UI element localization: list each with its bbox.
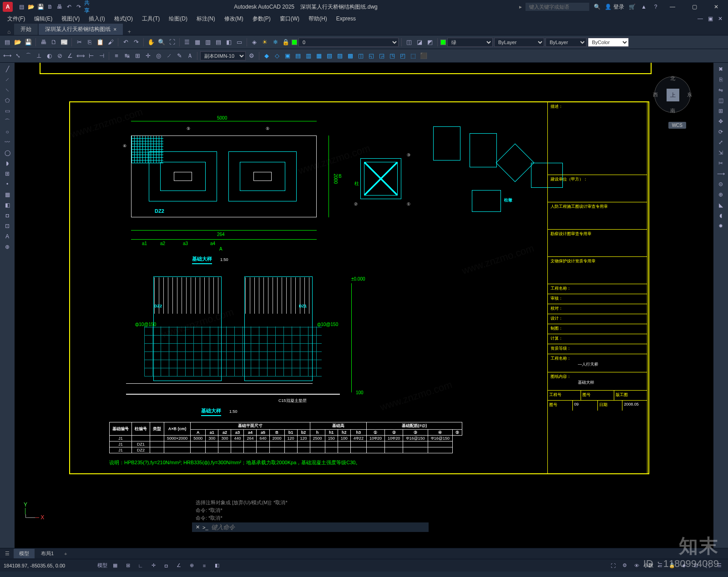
m5-icon[interactable]: ▥	[304, 51, 313, 60]
command-input[interactable]	[211, 524, 425, 531]
lock-icon[interactable]: 🔒	[281, 38, 290, 47]
save2-icon[interactable]: 💾	[24, 38, 33, 47]
saveas-icon[interactable]: 🗎	[46, 3, 54, 11]
open2-icon[interactable]: 📂	[13, 38, 22, 47]
help-icon[interactable]: ?	[652, 3, 660, 11]
undo2-icon[interactable]: ↶	[121, 38, 130, 47]
dyn-icon[interactable]: ⊕	[187, 561, 197, 571]
copy3-icon[interactable]: ⎘	[716, 75, 725, 84]
sun-icon[interactable]: ☀	[260, 38, 269, 47]
region-icon[interactable]: ◘	[3, 211, 12, 220]
match-icon[interactable]: 🖌	[106, 38, 115, 47]
jog-icon[interactable]: ⟋	[164, 51, 173, 60]
view-cube[interactable]: 北 南 东 西 上	[654, 76, 691, 113]
copy-icon[interactable]: ⎘	[85, 38, 94, 47]
toolpal-icon[interactable]: ▥	[203, 38, 212, 47]
annomonitor-icon[interactable]: 👁	[632, 561, 642, 571]
dimstyle-mgr-icon[interactable]: ⚙	[247, 51, 256, 60]
layer-color-swatch[interactable]	[292, 40, 297, 45]
wcs-badge[interactable]: WCS	[668, 122, 686, 129]
plot-icon[interactable]: 🖶	[56, 3, 64, 11]
bycolor-dropdown[interactable]: ByColor	[588, 38, 629, 47]
pan-icon[interactable]: ✋	[147, 38, 156, 47]
polygon-icon[interactable]: ⬠	[3, 96, 12, 105]
minimize-button[interactable]: —	[663, 0, 682, 13]
menu-modify[interactable]: 修改(M)	[221, 14, 247, 24]
new-icon[interactable]: ▤	[17, 3, 25, 11]
extend-icon[interactable]: ⟶	[716, 169, 725, 178]
color-swatch[interactable]	[440, 40, 446, 45]
cut-icon[interactable]: ✂	[75, 38, 84, 47]
menu-express[interactable]: Express	[333, 15, 359, 23]
window-min-internal[interactable]: —	[696, 15, 704, 23]
layer-zero-dropdown[interactable]: 0	[298, 38, 399, 47]
lineweight-dropdown[interactable]: ByLayer	[546, 38, 586, 47]
menu-file[interactable]: 文件(F)	[4, 14, 29, 24]
cart-icon[interactable]: 🛒	[628, 3, 636, 11]
dim-quick-icon[interactable]: ⟺	[76, 51, 85, 60]
move-icon[interactable]: ✥	[716, 117, 725, 126]
dim-base-icon[interactable]: ⊢	[86, 51, 96, 60]
m11-icon[interactable]: ◱	[367, 51, 376, 60]
explode-icon[interactable]: ✸	[716, 221, 725, 231]
scale-icon[interactable]: ⤢	[716, 138, 725, 147]
dim-aligned-icon[interactable]: ⤡	[13, 51, 22, 60]
block-icon[interactable]: ⊞	[3, 169, 12, 178]
m14-icon[interactable]: ◰	[398, 51, 407, 60]
menu-edit[interactable]: 编辑(E)	[30, 14, 56, 24]
osnap-icon[interactable]: ◘	[161, 561, 171, 571]
cmd-expand-icon[interactable]: ✕	[196, 524, 200, 530]
menu-format[interactable]: 格式(O)	[111, 14, 136, 24]
ortho-icon[interactable]: ∟	[136, 561, 146, 571]
menu-tools[interactable]: 工具(T)	[138, 14, 163, 24]
layer-color-dropdown[interactable]: 绿	[447, 38, 493, 47]
dim-linear-icon[interactable]: ⟷	[3, 51, 12, 60]
spline-icon[interactable]: 〰	[3, 138, 12, 147]
layer-icon[interactable]: ◈	[250, 38, 259, 47]
pline-icon[interactable]: ⟍	[3, 85, 12, 95]
gradient-icon[interactable]: ◧	[3, 201, 12, 210]
dim-dia-icon[interactable]: ⊘	[55, 51, 64, 60]
publish-icon[interactable]: 📰	[60, 38, 69, 47]
redo2-icon[interactable]: ↷	[131, 38, 141, 47]
menu-view[interactable]: 视图(V)	[58, 14, 83, 24]
layout1-tab[interactable]: 布局1	[35, 549, 59, 558]
apps-icon[interactable]: ▲	[640, 3, 648, 11]
chamfer-icon[interactable]: ◣	[716, 201, 725, 210]
close-button[interactable]: ✕	[707, 0, 725, 13]
addsel-icon[interactable]: ⊕	[3, 242, 12, 251]
dim-arc-icon[interactable]: ⌒	[24, 51, 33, 60]
point-icon[interactable]: •	[3, 180, 12, 189]
m4-icon[interactable]: ▤	[293, 51, 303, 60]
ws-icon[interactable]: ⚙	[620, 561, 630, 571]
circle-icon[interactable]: ○	[3, 127, 12, 136]
maximize-button[interactable]: ▢	[685, 0, 703, 13]
dim-break-icon[interactable]: ↹	[122, 51, 131, 60]
app-icon[interactable]: A	[3, 2, 13, 12]
table-icon[interactable]: ⊡	[3, 221, 12, 231]
menu-window[interactable]: 窗口(W)	[276, 14, 303, 24]
m8-icon[interactable]: ▨	[335, 51, 344, 60]
fillet-icon[interactable]: ◖	[716, 211, 725, 220]
annoscale-icon[interactable]: ⛶	[608, 561, 618, 571]
m13-icon[interactable]: ◳	[388, 51, 397, 60]
inspect-icon[interactable]: ◎	[154, 51, 163, 60]
linetype-dropdown[interactable]: ByLayer	[494, 38, 544, 47]
redo-icon[interactable]: ↷	[75, 3, 83, 11]
m7-icon[interactable]: ▧	[325, 51, 334, 60]
window-close-internal[interactable]: ✕	[716, 15, 724, 23]
dim-space-icon[interactable]: ≡	[112, 51, 121, 60]
dimstyle-dropdown[interactable]: 副本DIMN-10	[200, 51, 246, 60]
layer-iso-icon[interactable]: ◫	[404, 38, 414, 47]
tab-start[interactable]: 开始	[14, 24, 38, 35]
tab-add-button[interactable]: +	[124, 29, 135, 35]
otrack-icon[interactable]: ∠	[174, 561, 184, 571]
props-icon[interactable]: ☰	[182, 38, 192, 47]
share-button[interactable]: 共享	[84, 3, 92, 11]
dim-cont-icon[interactable]: ⊣	[97, 51, 106, 60]
center-icon[interactable]: ✛	[143, 51, 152, 60]
break-icon[interactable]: ⊝	[716, 180, 725, 189]
m10-icon[interactable]: ◫	[356, 51, 365, 60]
m2-icon[interactable]: ◇	[273, 51, 282, 60]
line-icon[interactable]: ╱	[3, 65, 12, 74]
